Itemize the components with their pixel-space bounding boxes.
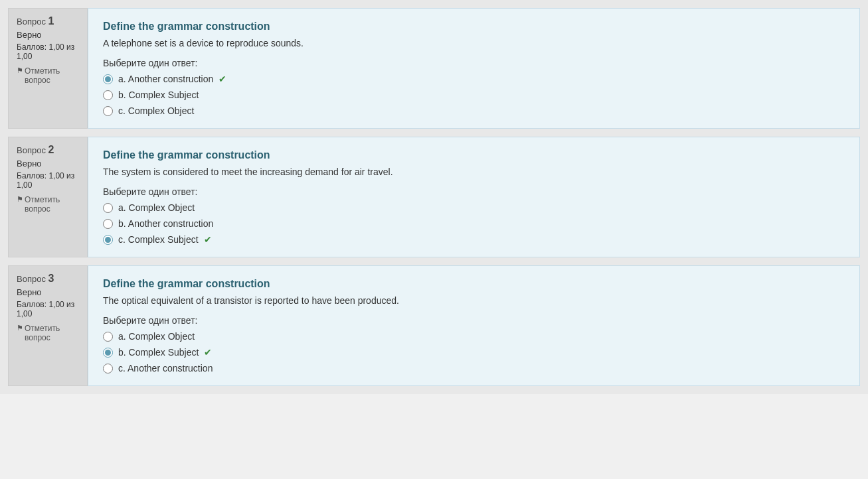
flag-text-3: Отметить вопрос [25, 324, 79, 342]
radio-q1a[interactable] [103, 74, 113, 84]
option-item-q3c: c. Another construction [103, 363, 845, 374]
score-2: Баллов: 1,00 из1,00 [17, 171, 79, 190]
sidebar-q3: Вопрос 3ВерноБаллов: 1,00 из1,00⚑Отметит… [8, 265, 88, 386]
sentence-q1: A telephone set is a device to reproduce… [103, 38, 845, 48]
option-item-q2b: b. Another construction [103, 218, 845, 229]
options-list-q1: a. Another construction✔b. Complex Subje… [103, 74, 845, 116]
status-3: Верно [17, 287, 79, 297]
radio-q2b[interactable] [103, 219, 113, 229]
choose-label-q3: Выберите один ответ: [103, 315, 845, 326]
sentence-q3: The optical equivalent of a transistor i… [103, 295, 845, 306]
heading-q1: Define the grammar construction [103, 21, 845, 33]
label-q3a[interactable]: a. Complex Object [118, 331, 195, 342]
score-3: Баллов: 1,00 из1,00 [17, 300, 79, 318]
label-q2c[interactable]: c. Complex Subject [118, 234, 199, 245]
flag-icon-1: ⚑ [17, 66, 23, 75]
label-q1b[interactable]: b. Complex Subject [118, 90, 199, 100]
status-2: Верно [17, 159, 79, 169]
option-item-q3a: a. Complex Object [103, 331, 845, 342]
radio-q3b[interactable] [103, 348, 113, 358]
question-row-2: Вопрос 2ВерноБаллов: 1,00 из1,00⚑Отметит… [8, 137, 860, 257]
correct-icon-q3b: ✔ [204, 347, 212, 358]
flag-text-1: Отметить вопрос [25, 66, 79, 85]
question-label-1: Вопрос 1 [17, 15, 79, 27]
choose-label-q2: Выберите один ответ: [103, 186, 845, 197]
options-list-q2: a. Complex Objectb. Another construction… [103, 202, 845, 245]
question-row-1: Вопрос 1ВерноБаллов: 1,00 из1,00⚑Отметит… [8, 8, 860, 129]
label-q2b[interactable]: b. Another construction [118, 218, 213, 229]
radio-q2c[interactable] [103, 235, 113, 245]
question-label-2: Вопрос 2 [17, 144, 79, 156]
options-list-q3: a. Complex Objectb. Complex Subject✔c. A… [103, 331, 845, 374]
choose-label-q1: Выберите один ответ: [103, 58, 845, 68]
quiz-container: Вопрос 1ВерноБаллов: 1,00 из1,00⚑Отметит… [0, 0, 868, 394]
content-q1: Define the grammar constructionA telepho… [88, 8, 860, 129]
option-item-q1b: b. Complex Subject [103, 90, 845, 100]
content-q3: Define the grammar constructionThe optic… [88, 265, 860, 386]
flag-text-2: Отметить вопрос [25, 195, 79, 214]
option-item-q2a: a. Complex Object [103, 202, 845, 213]
flag-icon-3: ⚑ [17, 324, 23, 332]
option-item-q2c: c. Complex Subject✔ [103, 234, 845, 245]
status-1: Верно [17, 30, 79, 40]
flag-link-2[interactable]: ⚑Отметить вопрос [17, 195, 79, 214]
radio-q1c[interactable] [103, 106, 113, 116]
heading-q2: Define the grammar construction [103, 149, 845, 161]
radio-q3c[interactable] [103, 364, 113, 374]
label-q3b[interactable]: b. Complex Subject [118, 347, 199, 358]
label-q1a[interactable]: a. Another construction [118, 74, 213, 84]
option-item-q3b: b. Complex Subject✔ [103, 347, 845, 358]
flag-link-3[interactable]: ⚑Отметить вопрос [17, 324, 79, 342]
score-1: Баллов: 1,00 из1,00 [17, 42, 79, 61]
flag-link-1[interactable]: ⚑Отметить вопрос [17, 66, 79, 85]
sidebar-q2: Вопрос 2ВерноБаллов: 1,00 из1,00⚑Отметит… [8, 137, 88, 257]
flag-icon-2: ⚑ [17, 195, 23, 204]
correct-icon-q1a: ✔ [218, 74, 226, 84]
option-item-q1a: a. Another construction✔ [103, 74, 845, 84]
radio-q1b[interactable] [103, 90, 113, 100]
label-q1c[interactable]: c. Complex Object [118, 105, 194, 116]
label-q3c[interactable]: c. Another construction [118, 363, 213, 374]
option-item-q1c: c. Complex Object [103, 105, 845, 116]
sentence-q2: The system is considered to meet the inc… [103, 167, 845, 177]
correct-icon-q2c: ✔ [204, 234, 212, 245]
sidebar-q1: Вопрос 1ВерноБаллов: 1,00 из1,00⚑Отметит… [8, 8, 88, 129]
question-label-3: Вопрос 3 [17, 273, 79, 285]
radio-q2a[interactable] [103, 203, 113, 213]
radio-q3a[interactable] [103, 332, 113, 342]
question-row-3: Вопрос 3ВерноБаллов: 1,00 из1,00⚑Отметит… [8, 265, 860, 386]
content-q2: Define the grammar constructionThe syste… [88, 137, 860, 257]
heading-q3: Define the grammar construction [103, 278, 845, 290]
label-q2a[interactable]: a. Complex Object [118, 202, 195, 213]
